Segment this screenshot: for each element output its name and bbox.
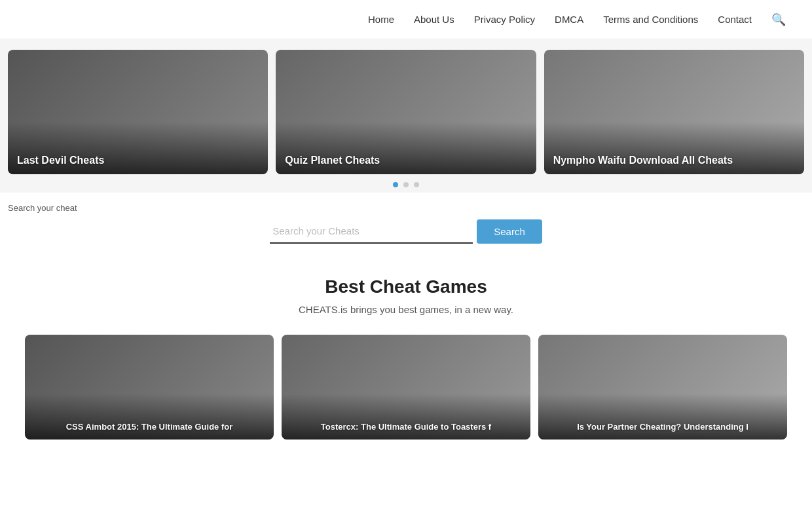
best-games-section: Best Cheat Games CHEATS.is brings you be… <box>0 257 812 453</box>
carousel-label-1: Last Devil Cheats <box>17 155 104 166</box>
nav-link-dmca[interactable]: DMCA <box>555 14 583 25</box>
nav-link-home[interactable]: Home <box>368 14 394 25</box>
navbar: Home About Us Privacy Policy DMCA Terms … <box>0 0 812 39</box>
search-input[interactable] <box>270 219 473 244</box>
carousel-dot-3[interactable] <box>414 182 419 187</box>
nav-item-home[interactable]: Home <box>368 14 394 26</box>
game-card-gradient-3 <box>538 394 787 440</box>
search-section: Search your cheat Search <box>0 193 812 257</box>
search-bar-container: Search <box>0 219 812 244</box>
search-breadcrumb: Search your cheat <box>0 199 812 219</box>
nav-link-about[interactable]: About Us <box>414 14 454 25</box>
best-games-title: Best Cheat Games <box>13 276 799 297</box>
nav-link-terms[interactable]: Terms and Conditions <box>603 14 698 25</box>
nav-link-contact[interactable]: Contact <box>718 14 752 25</box>
nav-search-icon-item[interactable]: 🔍 <box>771 12 786 27</box>
nav-item-dmca[interactable]: DMCA <box>555 14 583 26</box>
game-card-gradient-2 <box>282 394 530 440</box>
carousel-dot-2[interactable] <box>403 182 409 187</box>
carousel-gradient-3 <box>544 122 804 174</box>
carousel-label-3: Nympho Waifu Download All Cheats <box>553 155 733 166</box>
carousel-track: Last Devil Cheats Quiz Planet Cheats Nym… <box>0 50 812 174</box>
page-footer <box>0 453 812 492</box>
nav-links: Home About Us Privacy Policy DMCA Terms … <box>368 12 786 27</box>
game-card-label-1: CSS Aimbot 2015: The Ultimate Guide for <box>34 422 265 432</box>
game-cards: CSS Aimbot 2015: The Ultimate Guide for … <box>13 335 799 440</box>
game-card-label-3: Is Your Partner Cheating? Understanding … <box>547 422 778 432</box>
carousel-dot-1[interactable] <box>393 182 398 187</box>
carousel-gradient-1 <box>8 122 268 174</box>
nav-item-privacy[interactable]: Privacy Policy <box>474 14 535 26</box>
carousel-item-last-devil[interactable]: Last Devil Cheats <box>8 50 268 174</box>
search-icon[interactable]: 🔍 <box>771 13 786 26</box>
nav-item-contact[interactable]: Contact <box>718 14 752 26</box>
nav-item-terms[interactable]: Terms and Conditions <box>603 14 698 26</box>
game-card-tostercx[interactable]: Tostercx: The Ultimate Guide to Toasters… <box>282 335 530 440</box>
game-card-partner-cheating[interactable]: Is Your Partner Cheating? Understanding … <box>538 335 787 440</box>
carousel-item-nympho-waifu[interactable]: Nympho Waifu Download All Cheats <box>544 50 804 174</box>
carousel-section: Last Devil Cheats Quiz Planet Cheats Nym… <box>0 39 812 193</box>
carousel-item-quiz-planet[interactable]: Quiz Planet Cheats <box>276 50 536 174</box>
search-button[interactable]: Search <box>477 219 542 244</box>
carousel-gradient-2 <box>276 122 536 174</box>
game-card-gradient-1 <box>25 394 274 440</box>
game-card-label-2: Tostercx: The Ultimate Guide to Toasters… <box>291 422 521 432</box>
nav-item-about[interactable]: About Us <box>414 14 454 26</box>
nav-link-privacy[interactable]: Privacy Policy <box>474 14 535 25</box>
carousel-dots <box>0 174 812 193</box>
carousel-label-2: Quiz Planet Cheats <box>285 155 380 166</box>
best-games-subtitle: CHEATS.is brings you best games, in a ne… <box>13 304 799 315</box>
game-card-css-aimbot[interactable]: CSS Aimbot 2015: The Ultimate Guide for <box>25 335 274 440</box>
